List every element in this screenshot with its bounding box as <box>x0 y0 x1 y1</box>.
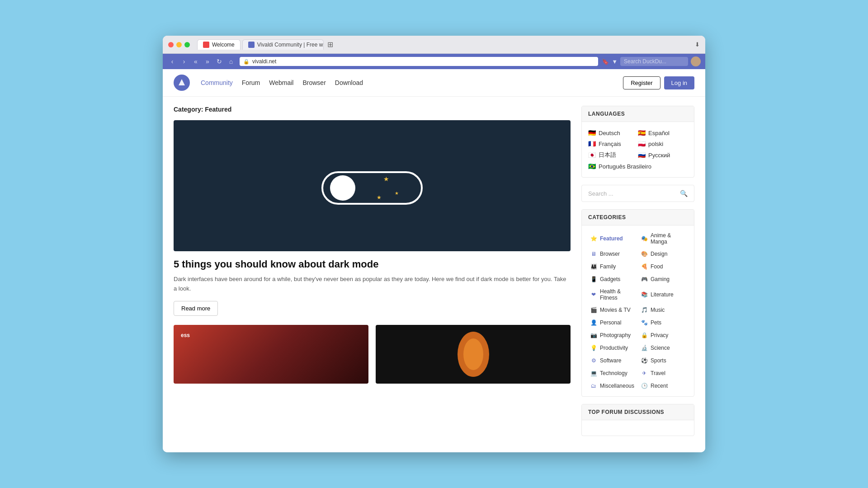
site-nav: Community Forum Webmail Browser Download… <box>163 69 705 97</box>
flag-ru: 🇷🇺 <box>638 151 646 159</box>
forward-button[interactable]: › <box>179 56 189 66</box>
cat-science[interactable]: 🔬 Science <box>639 342 688 354</box>
post-card-1[interactable]: ess <box>174 325 368 384</box>
nav-community[interactable]: Community <box>201 79 233 86</box>
cat-label-gaming: Gaming <box>651 276 670 282</box>
cat-anime[interactable]: 🎭 Anime & Manga <box>639 230 688 247</box>
cat-pets[interactable]: 🐾 Pets <box>639 317 688 328</box>
cat-icon-music: 🎵 <box>641 306 648 314</box>
nav-browser[interactable]: Browser <box>302 79 326 86</box>
address-bar[interactable]: 🔒 vivaldi.net <box>240 57 598 66</box>
cat-label-productivity: Productivity <box>600 345 628 351</box>
lock-icon: 🔒 <box>243 59 250 65</box>
cat-software[interactable]: ⚙ Software <box>588 355 637 366</box>
fast-back-button[interactable]: « <box>191 56 201 66</box>
main-layout: Category: Featured <box>163 97 705 452</box>
categories-grid: ⭐ Featured 🎭 Anime & Manga 🖥 Browser <box>582 225 694 396</box>
cat-design[interactable]: 🎨 Design <box>639 248 688 260</box>
cat-personal[interactable]: 👤 Personal <box>588 317 637 328</box>
sidebar-search-button[interactable]: 🔍 <box>680 190 688 197</box>
category-name: Featured <box>205 106 231 113</box>
address-text: vivaldi.net <box>252 58 276 65</box>
cat-icon-miscellaneous: 🗂 <box>590 382 597 389</box>
cat-miscellaneous[interactable]: 🗂 Miscellaneous <box>588 380 637 392</box>
fast-forward-button[interactable]: » <box>203 56 212 66</box>
tab-welcome[interactable]: Welcome <box>197 39 241 50</box>
downloads-icon[interactable]: ⬇ <box>695 41 700 48</box>
sidebar: LANGUAGES 🇩🇪 Deutsch 🇪🇸 Español 🇫🇷 <box>581 106 694 443</box>
browser-titlebar: Welcome Vivaldi Community | Free w... ⊞ … <box>163 36 705 54</box>
sidebar-search-box[interactable]: 🔍 <box>581 185 694 202</box>
reload-button[interactable]: ↻ <box>214 56 224 66</box>
register-button[interactable]: Register <box>623 76 660 89</box>
close-button[interactable] <box>168 42 174 47</box>
tab-community[interactable]: Vivaldi Community | Free w... <box>242 39 324 50</box>
lang-deutsch[interactable]: 🇩🇪 Deutsch <box>588 127 638 138</box>
languages-grid: 🇩🇪 Deutsch 🇪🇸 Español 🇫🇷 Français <box>582 122 694 177</box>
cat-photography[interactable]: 📷 Photography <box>588 329 637 341</box>
cat-featured[interactable]: ⭐ Featured <box>588 230 637 247</box>
read-more-button[interactable]: Read more <box>174 301 218 316</box>
cat-icon-browser: 🖥 <box>590 250 597 258</box>
bookmark-list-icon[interactable]: ▼ <box>612 58 618 65</box>
cat-label-personal: Personal <box>600 319 621 326</box>
cat-sports[interactable]: ⚽ Sports <box>639 355 688 366</box>
bookmark-icon[interactable]: 🔖 <box>602 58 609 65</box>
cat-icon-pets: 🐾 <box>641 319 648 326</box>
cat-travel[interactable]: ✈ Travel <box>639 367 688 379</box>
home-button[interactable]: ⌂ <box>226 56 236 66</box>
cat-browser[interactable]: 🖥 Browser <box>588 248 637 260</box>
lang-francais[interactable]: 🇫🇷 Français <box>588 138 638 149</box>
cat-family[interactable]: 👨‍👩‍👧 Family <box>588 261 637 272</box>
cat-label-science: Science <box>651 345 670 351</box>
cat-icon-literature: 📚 <box>641 291 648 298</box>
cat-recent[interactable]: 🕒 Recent <box>639 380 688 392</box>
back-button[interactable]: ‹ <box>167 56 177 66</box>
lang-portuguese[interactable]: 🇧🇷 Português Brasileiro <box>588 161 688 172</box>
cat-privacy[interactable]: 🔒 Privacy <box>639 329 688 341</box>
navigation-buttons: ‹ › « » ↻ ⌂ <box>167 56 236 66</box>
post-card-2[interactable] <box>376 325 571 384</box>
cat-gaming[interactable]: 🎮 Gaming <box>639 273 688 285</box>
sidebar-search-input[interactable] <box>588 190 680 197</box>
nav-forum[interactable]: Forum <box>242 79 260 86</box>
lang-japanese[interactable]: 🇯🇵 日本語 <box>588 149 638 161</box>
top-forum-section: TOP FORUM DISCUSSIONS <box>581 404 694 436</box>
cat-icon-recent: 🕒 <box>641 382 648 389</box>
cat-icon-software: ⚙ <box>590 357 597 364</box>
hero-post-title: 5 things you should know about dark mode <box>174 258 571 270</box>
svg-text:★: ★ <box>395 191 399 196</box>
cat-label-featured: Featured <box>600 235 623 242</box>
window-controls: ⬇ <box>695 41 700 48</box>
lang-francais-label: Français <box>599 141 621 147</box>
lang-russian[interactable]: 🇷🇺 Русский <box>638 149 688 161</box>
nav-download[interactable]: Download <box>335 79 363 86</box>
nav-webmail[interactable]: Webmail <box>269 79 293 86</box>
post-card-1-text: ess <box>174 325 368 346</box>
cat-movies[interactable]: 🎬 Movies & TV <box>588 304 637 316</box>
cat-food[interactable]: 🍕 Food <box>639 261 688 272</box>
cat-icon-food: 🍕 <box>641 263 648 270</box>
cat-icon-gadgets: 📱 <box>590 276 597 283</box>
cat-label-health: Health & Fitness <box>600 288 635 301</box>
lang-polski[interactable]: 🇵🇱 polski <box>638 138 688 149</box>
profile-avatar[interactable] <box>691 56 701 66</box>
cat-gadgets[interactable]: 📱 Gadgets <box>588 273 637 285</box>
minimize-button[interactable] <box>176 42 182 47</box>
lang-espanol[interactable]: 🇪🇸 Español <box>638 127 688 138</box>
maximize-button[interactable] <box>184 42 190 47</box>
search-input[interactable] <box>620 57 688 66</box>
login-button[interactable]: Log in <box>664 76 694 89</box>
cat-label-recent: Recent <box>651 383 668 389</box>
cat-technology[interactable]: 💻 Technology <box>588 367 637 379</box>
new-tab-button[interactable]: ⊞ <box>326 40 335 50</box>
cat-music[interactable]: 🎵 Music <box>639 304 688 316</box>
cat-literature[interactable]: 📚 Literature <box>639 286 688 303</box>
cat-health[interactable]: ❤ Health & Fitness <box>588 286 637 303</box>
cat-productivity[interactable]: 💡 Productivity <box>588 342 637 354</box>
cat-icon-photography: 📷 <box>590 332 597 339</box>
lang-portuguese-label: Português Brasileiro <box>599 163 651 170</box>
cat-label-miscellaneous: Miscellaneous <box>600 383 634 389</box>
flag-jp: 🇯🇵 <box>588 151 596 159</box>
lang-espanol-label: Español <box>648 130 670 136</box>
